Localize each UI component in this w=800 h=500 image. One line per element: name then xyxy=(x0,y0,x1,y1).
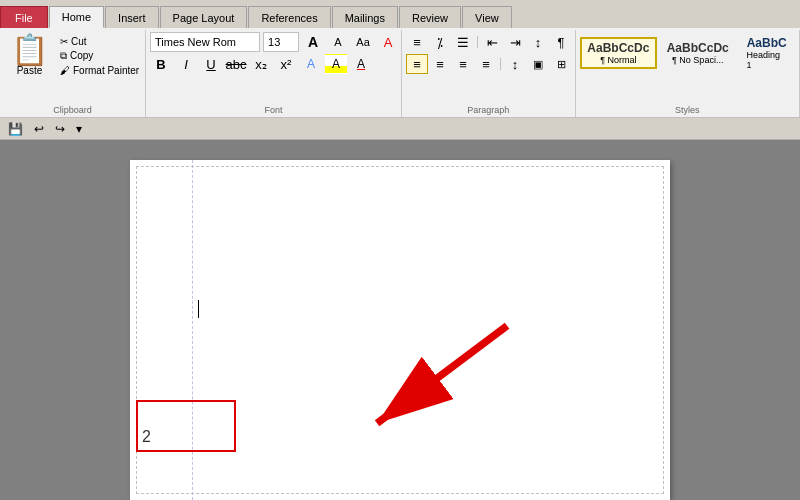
align-right-button[interactable]: ≡ xyxy=(452,54,474,74)
paragraph-content: ≡ ⁒ ☰ ⇤ ⇥ ↕ ¶ ≡ ≡ ≡ ≡ ↕ ▣ ⊞ xyxy=(406,32,571,88)
copy-button[interactable]: ⧉ Copy xyxy=(57,49,142,63)
tab-home[interactable]: Home xyxy=(49,6,104,28)
svg-line-1 xyxy=(377,326,507,424)
styles-group-label: Styles xyxy=(576,105,799,115)
style-normal-button[interactable]: AaBbCcDc ¶ Normal xyxy=(580,37,657,69)
margin-bottom xyxy=(136,493,664,494)
text-effects-button[interactable]: A xyxy=(300,54,322,74)
style-no-spacing-button[interactable]: AaBbCcDc ¶ No Spaci... xyxy=(659,37,736,69)
font-row1: A A Aa A xyxy=(150,32,399,52)
document-page: 2 xyxy=(130,160,670,500)
bullets-button[interactable]: ≡ xyxy=(406,32,428,52)
change-case-button[interactable]: Aa xyxy=(352,32,374,52)
redo-button[interactable]: ↪ xyxy=(51,120,69,138)
font-name-input[interactable] xyxy=(150,32,260,52)
clipboard-group: 📋 Paste ✂ Cut ⧉ Copy 🖌 xyxy=(0,30,146,117)
para-row2: ≡ ≡ ≡ ≡ ↕ ▣ ⊞ xyxy=(406,54,572,74)
scissors-icon: ✂ xyxy=(60,36,68,47)
paragraph-group-label: Paragraph xyxy=(402,105,575,115)
para-divider1 xyxy=(477,36,478,48)
line-spacing-button[interactable]: ↕ xyxy=(504,54,526,74)
show-paragraph-button[interactable]: ¶ xyxy=(550,32,572,52)
style-heading1-button[interactable]: AaBbC Heading 1 xyxy=(738,32,795,74)
margin-right xyxy=(663,166,664,494)
paste-icon: 📋 xyxy=(11,35,48,65)
grow-font-button[interactable]: A xyxy=(302,32,324,52)
no-spacing-label: ¶ No Spaci... xyxy=(672,55,723,65)
cut-label: Cut xyxy=(71,36,87,47)
format-painter-button[interactable]: 🖌 Format Painter xyxy=(57,64,142,77)
no-spacing-preview: AaBbCcDc xyxy=(667,41,729,55)
font-group-label: Font xyxy=(146,105,401,115)
para-row1: ≡ ⁒ ☰ ⇤ ⇥ ↕ ¶ xyxy=(406,32,572,52)
clear-format-button[interactable]: A xyxy=(377,32,399,52)
font-content: A A Aa A B I U abc x₂ x² A A A xyxy=(150,32,397,88)
page-number: 2 xyxy=(142,428,151,446)
font-row2: B I U abc x₂ x² A A A xyxy=(150,54,372,74)
tab-page-layout[interactable]: Page Layout xyxy=(160,6,248,28)
annotation-arrow xyxy=(305,315,525,445)
copy-label: Copy xyxy=(70,50,93,61)
para-divider2 xyxy=(500,58,501,70)
subscript-button[interactable]: x₂ xyxy=(250,54,272,74)
shrink-font-button[interactable]: A xyxy=(327,32,349,52)
cut-button[interactable]: ✂ Cut xyxy=(57,35,142,48)
paragraph-group: ≡ ⁒ ☰ ⇤ ⇥ ↕ ¶ ≡ ≡ ≡ ≡ ↕ ▣ ⊞ xyxy=(402,30,576,117)
increase-indent-button[interactable]: ⇥ xyxy=(504,32,526,52)
ribbon: 📋 Paste ✂ Cut ⧉ Copy 🖌 xyxy=(0,28,800,118)
italic-button[interactable]: I xyxy=(175,54,197,74)
text-cursor xyxy=(198,300,199,318)
tab-insert[interactable]: Insert xyxy=(105,6,159,28)
quick-access-toolbar: 💾 ↩ ↪ ▾ xyxy=(0,118,800,140)
strikethrough-button[interactable]: abc xyxy=(225,54,247,74)
page-number-box: 2 xyxy=(136,400,236,452)
tab-bar: File Home Insert Page Layout References … xyxy=(0,0,800,28)
styles-content: AaBbCcDc ¶ Normal AaBbCcDc ¶ No Spaci...… xyxy=(580,32,795,88)
font-color-button[interactable]: A xyxy=(350,54,372,74)
bold-button[interactable]: B xyxy=(150,54,172,74)
align-center-button[interactable]: ≡ xyxy=(429,54,451,74)
document-area: 2 xyxy=(0,140,800,500)
decrease-indent-button[interactable]: ⇤ xyxy=(481,32,503,52)
undo-button[interactable]: ↩ xyxy=(30,120,48,138)
tab-references[interactable]: References xyxy=(248,6,330,28)
numbering-button[interactable]: ⁒ xyxy=(429,32,451,52)
paste-label: Paste xyxy=(17,65,43,76)
clipboard-content: 📋 Paste ✂ Cut ⧉ Copy 🖌 xyxy=(4,32,141,93)
clipboard-small-buttons: ✂ Cut ⧉ Copy 🖌 Format Painter xyxy=(57,35,142,77)
align-left-button[interactable]: ≡ xyxy=(406,54,428,74)
underline-button[interactable]: U xyxy=(200,54,222,74)
tab-file[interactable]: File xyxy=(0,6,48,28)
font-size-input[interactable] xyxy=(263,32,299,52)
superscript-button[interactable]: x² xyxy=(275,54,297,74)
styles-group: AaBbCcDc ¶ Normal AaBbCcDc ¶ No Spaci...… xyxy=(576,30,800,117)
sort-button[interactable]: ↕ xyxy=(527,32,549,52)
highlight-color-button[interactable]: A xyxy=(325,54,347,74)
multilevel-button[interactable]: ☰ xyxy=(452,32,474,52)
save-button[interactable]: 💾 xyxy=(4,120,27,138)
clipboard-group-label: Clipboard xyxy=(0,105,145,115)
font-group: A A Aa A B I U abc x₂ x² A A A Font xyxy=(146,30,402,117)
format-painter-label: Format Painter xyxy=(73,65,139,76)
shading-button[interactable]: ▣ xyxy=(527,54,549,74)
normal-style-preview: AaBbCcDc xyxy=(587,41,649,55)
normal-style-label: ¶ Normal xyxy=(600,55,636,65)
quick-access-dropdown[interactable]: ▾ xyxy=(72,120,86,138)
format-painter-icon: 🖌 xyxy=(60,65,70,76)
borders-button[interactable]: ⊞ xyxy=(550,54,572,74)
tab-view[interactable]: View xyxy=(462,6,512,28)
heading1-preview: AaBbC xyxy=(747,36,787,50)
justify-button[interactable]: ≡ xyxy=(475,54,497,74)
margin-top xyxy=(136,166,664,167)
tab-mailings[interactable]: Mailings xyxy=(332,6,398,28)
tab-review[interactable]: Review xyxy=(399,6,461,28)
copy-icon: ⧉ xyxy=(60,50,67,62)
paste-button[interactable]: 📋 Paste xyxy=(4,32,55,79)
heading1-label: Heading 1 xyxy=(746,50,787,70)
